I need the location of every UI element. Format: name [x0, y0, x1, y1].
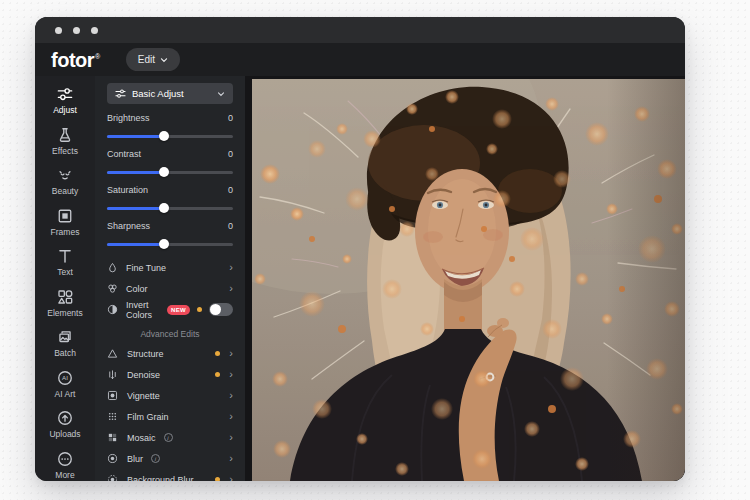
menu-row-vignette[interactable]: Vignette › [107, 385, 233, 406]
ai-art-icon: AI [57, 370, 73, 386]
menu-row-structure[interactable]: Structure › [107, 343, 233, 364]
window-body: Adjust Effects Beauty Frames Text Elemen [35, 76, 685, 481]
slider-label: Contrast [107, 149, 141, 159]
frames-icon [57, 208, 73, 224]
slider-thumb[interactable] [159, 203, 169, 213]
menu-row-background-blur[interactable]: Background Blur › [107, 469, 233, 481]
sidebar-item-adjust[interactable]: Adjust [53, 86, 77, 114]
menu-row-invert-colors[interactable]: Invert Colors NEW [107, 299, 233, 320]
invert-colors-toggle[interactable] [209, 303, 233, 316]
sidebar-item-label: Adjust [53, 105, 77, 115]
brightness-slider[interactable] [107, 131, 233, 141]
invert-contrast-icon [107, 304, 118, 315]
elements-icon [57, 289, 73, 305]
menu-row-label: Mosaic [127, 433, 156, 443]
menu-row-film-grain[interactable]: Film Grain › [107, 406, 233, 427]
more-icon [57, 451, 73, 467]
slider-group-contrast: Contrast0 [107, 148, 233, 177]
yellow-indicator-dot [215, 351, 220, 356]
yellow-indicator-dot [197, 307, 202, 312]
effects-flask-icon [57, 127, 73, 143]
slider-thumb[interactable] [159, 131, 169, 141]
traffic-light-dot[interactable] [55, 27, 62, 34]
app-window: fotor® Edit Adjust Effects Beauty Fram [35, 17, 685, 481]
basic-adjust-accordion-header[interactable]: Basic Adjust [107, 83, 233, 104]
chevron-right-icon: › [229, 262, 233, 273]
sidebar-item-uploads[interactable]: Uploads [49, 410, 80, 438]
color-palette-icon [107, 283, 118, 294]
menu-row-color[interactable]: Color › [107, 278, 233, 299]
sidebar-item-effects[interactable]: Effects [52, 127, 78, 155]
sidebar-item-label: Batch [54, 348, 76, 358]
tool-sidebar: Adjust Effects Beauty Frames Text Elemen [35, 76, 95, 481]
sidebar-item-label: Frames [51, 227, 80, 237]
traffic-light-dot[interactable] [73, 27, 80, 34]
accordion-title: Basic Adjust [132, 88, 184, 99]
vignette-icon [107, 390, 118, 401]
sidebar-item-beauty[interactable]: Beauty [52, 167, 78, 195]
portrait-photo-svg [252, 79, 685, 481]
slider-group-brightness: Brightness0 [107, 112, 233, 141]
info-icon[interactable]: i [151, 454, 160, 463]
slider-label: Brightness [107, 113, 150, 123]
contrast-slider[interactable] [107, 167, 233, 177]
beauty-face-icon [57, 167, 73, 183]
menu-row-denoise[interactable]: Denoise › [107, 364, 233, 385]
slider-group-sharpness: Sharpness0 [107, 220, 233, 249]
slider-label: Sharpness [107, 221, 150, 231]
menu-row-label: Fine Tune [126, 263, 166, 273]
logo-text: fotor [51, 49, 94, 71]
slider-label: Saturation [107, 185, 148, 195]
fotor-logo[interactable]: fotor® [51, 50, 100, 70]
edited-photo [252, 79, 685, 481]
denoise-icon [107, 369, 118, 380]
sidebar-item-ai-art[interactable]: AI AI Art [55, 370, 76, 398]
advanced-edits-list: Structure › Denoise › Vignette › [107, 343, 233, 481]
slider-group-saturation: Saturation0 [107, 184, 233, 213]
sharpness-slider[interactable] [107, 239, 233, 249]
sidebar-item-label: Elements [47, 308, 82, 318]
blur-icon [107, 453, 118, 464]
menu-row-label: Structure [127, 349, 164, 359]
yellow-indicator-dot [215, 372, 220, 377]
menu-row-label: Invert Colors [126, 300, 153, 320]
droplet-icon [107, 262, 118, 273]
chevron-right-icon: › [229, 369, 233, 380]
menu-row-label: Film Grain [127, 412, 169, 422]
slider-thumb[interactable] [159, 239, 169, 249]
menu-row-fine-tune[interactable]: Fine Tune › [107, 257, 233, 278]
text-icon [57, 248, 73, 264]
adjust-panel: Basic Adjust Brightness0 Contrast0 Satur… [95, 76, 245, 481]
toggle-knob [210, 304, 221, 315]
uploads-icon [57, 410, 73, 426]
menu-row-label: Background Blur [127, 475, 194, 482]
menu-row-label: Vignette [127, 391, 160, 401]
slider-value: 0 [228, 113, 233, 123]
background-blur-icon [107, 474, 118, 481]
slider-value: 0 [228, 221, 233, 231]
menu-row-blur[interactable]: Blur i › [107, 448, 233, 469]
sidebar-item-elements[interactable]: Elements [47, 289, 82, 317]
new-badge: NEW [167, 305, 190, 315]
canvas-area[interactable] [245, 76, 685, 481]
info-icon[interactable]: i [164, 433, 173, 442]
slider-thumb[interactable] [159, 167, 169, 177]
chevron-right-icon: › [229, 411, 233, 422]
sidebar-item-batch[interactable]: Batch [54, 329, 76, 357]
traffic-light-dot[interactable] [91, 27, 98, 34]
menu-row-label: Denoise [127, 370, 160, 380]
structure-triangle-icon [107, 348, 118, 359]
chevron-right-icon: › [229, 474, 233, 481]
registered-mark: ® [95, 53, 100, 60]
chevron-right-icon: › [229, 432, 233, 443]
sidebar-item-label: AI Art [55, 389, 76, 399]
sidebar-item-more[interactable]: More [55, 451, 74, 479]
edit-menu-label: Edit [138, 54, 155, 65]
edit-menu-button[interactable]: Edit [126, 48, 180, 71]
chevron-right-icon: › [229, 453, 233, 464]
sidebar-item-text[interactable]: Text [57, 248, 73, 276]
sliders-icon [115, 88, 126, 99]
sidebar-item-frames[interactable]: Frames [51, 208, 80, 236]
saturation-slider[interactable] [107, 203, 233, 213]
menu-row-mosaic[interactable]: Mosaic i › [107, 427, 233, 448]
